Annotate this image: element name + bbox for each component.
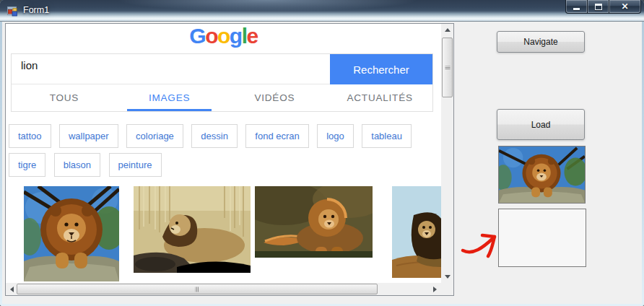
maximize-icon [595, 4, 602, 10]
chip-peinture[interactable]: peinture [109, 153, 162, 177]
chip-blason[interactable]: blason [54, 153, 100, 177]
load-button[interactable]: Load [497, 109, 585, 140]
google-logo: Google [6, 25, 441, 47]
chip-tattoo[interactable]: tattoo [9, 124, 51, 148]
scroll-up-button[interactable] [441, 24, 453, 36]
lion-photo-front-icon [24, 186, 119, 281]
search-input[interactable] [12, 54, 330, 84]
filter-chips: tattoo wallpaper coloriage dessin fond e… [9, 124, 438, 182]
logo-letter: G [189, 24, 205, 48]
chip-dessin[interactable]: dessin [191, 124, 238, 148]
loaded-lion-photo-icon [499, 147, 585, 203]
browser-vertical-scrollbar[interactable] [441, 24, 453, 283]
minimize-button[interactable] [565, 0, 588, 14]
chip-coloriage[interactable]: coloriage [126, 124, 183, 148]
chip-tigre[interactable]: tigre [9, 153, 45, 177]
chip-tableau[interactable]: tableau [362, 124, 412, 148]
image-result-3[interactable] [255, 186, 373, 258]
image-result-1[interactable] [24, 186, 119, 281]
chip-logo[interactable]: logo [317, 124, 354, 148]
web-browser-control: Google Rechercher TOUS IMAGES VIDÉOS ACT… [5, 23, 454, 296]
title-bar[interactable]: Form1 ✕ [0, 0, 644, 22]
result-tabs: TOUS IMAGES VIDÉOS ACTUALITÉS [12, 84, 432, 111]
logo-letter: o [217, 24, 230, 48]
tab-actualites[interactable]: ACTUALITÉS [327, 84, 432, 111]
chip-fond-ecran[interactable]: fond ecran [245, 124, 308, 148]
lion-photo-grass-icon [134, 186, 251, 273]
search-card: Rechercher TOUS IMAGES VIDÉOS ACTUALITÉS [11, 53, 433, 112]
tab-tous[interactable]: TOUS [12, 84, 117, 111]
logo-letter: g [230, 24, 242, 48]
scroll-down-button[interactable] [441, 271, 453, 283]
chip-wallpaper[interactable]: wallpaper [59, 124, 118, 148]
lion-photo-sunset-icon [255, 186, 373, 258]
scroll-down-icon [445, 275, 451, 279]
tab-images[interactable]: IMAGES [117, 84, 222, 111]
minimize-icon [573, 8, 580, 10]
search-button[interactable]: Rechercher [330, 54, 432, 84]
browser-horizontal-scrollbar[interactable] [6, 283, 441, 295]
scrollbar-corner [441, 283, 453, 295]
navigate-button[interactable]: Navigate [497, 31, 585, 53]
close-icon: ✕ [621, 1, 628, 12]
logo-letter: o [205, 24, 217, 48]
image-result-4[interactable] [392, 186, 441, 278]
image-result-2[interactable] [134, 186, 251, 273]
annotation-arrow-icon [460, 227, 502, 260]
google-images-page: Google Rechercher TOUS IMAGES VIDÉOS ACT… [6, 24, 441, 283]
logo-letter: e [246, 24, 257, 48]
scroll-left-icon [10, 287, 14, 292]
empty-image-box [498, 209, 586, 267]
loaded-image-box [498, 146, 586, 204]
vertical-scroll-thumb[interactable] [442, 38, 453, 97]
scroll-right-icon [433, 287, 437, 292]
window-title: Form1 [23, 0, 49, 21]
horizontal-scroll-thumb[interactable] [17, 284, 378, 294]
winforms-app-icon [6, 5, 18, 17]
scroll-up-icon [445, 28, 451, 32]
scroll-right-button[interactable] [429, 283, 441, 295]
tab-videos[interactable]: VIDÉOS [222, 84, 328, 111]
titlebar-sheen [116, 0, 419, 12]
maximize-button[interactable] [588, 0, 609, 14]
lion-photo-sky-icon [392, 186, 441, 278]
close-button[interactable]: ✕ [609, 0, 641, 14]
form-window: Form1 ✕ Google Rechercher [0, 0, 644, 306]
